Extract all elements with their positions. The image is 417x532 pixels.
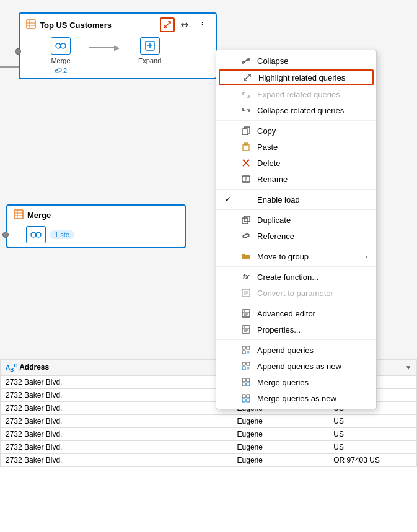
menu-icon-move_to_group	[241, 251, 251, 261]
merge-step-icon	[51, 37, 71, 55]
merge-query-card: Merge 1 ste	[6, 204, 186, 248]
svg-rect-27	[244, 216, 250, 222]
svg-line-14	[244, 58, 248, 63]
top-query-card: Top US Customers ⋮	[19, 12, 217, 79]
menu-item-append_queries[interactable]: Append queries	[216, 342, 376, 358]
menu-item-append_queries_new[interactable]: Append queries as new	[216, 358, 376, 374]
svg-rect-8	[14, 210, 23, 219]
svg-rect-42	[242, 346, 245, 349]
menu-item-create_function[interactable]: fxCreate function...	[216, 269, 376, 285]
menu-item-merge_queries_new[interactable]: Merge queries as new	[216, 390, 376, 406]
menu-separator	[216, 266, 376, 267]
menu-item-label-enable_load: Enable load	[257, 195, 367, 204]
menu-separator	[216, 339, 376, 340]
merge-step-label: Merge	[51, 57, 70, 64]
menu-item-convert_param: Convert to parameter	[216, 285, 376, 301]
expand-step-icon	[140, 37, 160, 55]
more-options-btn[interactable]: ⋮	[195, 17, 209, 32]
menu-item-copy[interactable]: Copy	[216, 123, 376, 139]
extra-filter-btn[interactable]: ▼	[405, 364, 411, 371]
svg-rect-48	[242, 378, 245, 382]
menu-item-rename[interactable]: Rename	[216, 171, 376, 187]
menu-icon-paste	[241, 142, 251, 152]
menu-item-highlight_related[interactable]: Highlight related queries	[219, 69, 374, 85]
table-row: 2732 Baker Blvd.EugeneUS	[1, 428, 417, 441]
collapse-btn[interactable]	[177, 17, 192, 32]
svg-point-6	[61, 43, 66, 48]
menu-item-label-collapse_related: Collapse related queries	[257, 106, 367, 115]
menu-icon-collapse_related	[241, 105, 251, 115]
menu-icon-reference	[241, 231, 251, 241]
merge-step: Merge 2	[51, 37, 71, 74]
menu-icon-highlight_related	[242, 72, 252, 82]
extra-cell: US	[328, 415, 417, 428]
extra-cell: OR 97403 US	[328, 454, 417, 467]
menu-item-label-move_to_group: Move to group	[257, 252, 359, 261]
menu-item-merge_queries[interactable]: Merge queries	[216, 374, 376, 390]
menu-item-collapse_related[interactable]: Collapse related queries	[216, 102, 376, 118]
svg-rect-55	[247, 399, 250, 402]
step-badge: 1 ste	[50, 230, 74, 239]
extra-cell: US	[328, 428, 417, 441]
table-row: 2732 Baker Blvd.EugeneUS	[1, 415, 417, 428]
merge-card-title: Merge	[14, 209, 51, 221]
menu-item-delete[interactable]: Delete	[216, 155, 376, 171]
svg-rect-32	[242, 310, 250, 317]
menu-icon-advanced_editor	[241, 308, 251, 318]
expand-related-btn[interactable]	[160, 17, 175, 32]
menu-item-paste[interactable]: Paste	[216, 139, 376, 155]
menu-separator	[216, 209, 376, 210]
menu-item-label-advanced_editor: Advanced editor	[257, 309, 367, 318]
menu-separator	[216, 120, 376, 121]
menu-icon-delete	[241, 158, 251, 168]
link-badge: 2	[55, 67, 67, 74]
address-cell: 2732 Baker Blvd.	[1, 428, 232, 441]
menu-icon-duplicate	[241, 215, 251, 225]
menu-item-label-paste: Paste	[257, 142, 367, 152]
menu-icon-convert_param	[241, 288, 251, 298]
menu-item-label-expand_related: Expand related queries	[257, 90, 367, 99]
merge-connector-dot	[2, 232, 9, 238]
card-title: Top US Customers	[26, 19, 112, 31]
ellipsis-icon: ⋮	[199, 21, 206, 29]
menu-icon-enable_load	[241, 194, 251, 204]
svg-rect-54	[242, 399, 245, 402]
menu-item-label-rename: Rename	[257, 175, 367, 184]
menu-item-enable_load[interactable]: ✓Enable load	[216, 191, 376, 207]
menu-item-properties[interactable]: Properties...	[216, 321, 376, 338]
context-menu: CollapseHighlight related queriesExpand …	[216, 50, 377, 409]
svg-rect-0	[27, 20, 35, 28]
menu-item-duplicate[interactable]: Duplicate	[216, 212, 376, 228]
merge-card-title-text: Merge	[27, 211, 51, 220]
svg-line-15	[245, 75, 250, 80]
svg-rect-46	[247, 362, 250, 365]
address-cell: 2732 Baker Blvd.	[1, 402, 232, 415]
menu-item-reference[interactable]: Reference	[216, 228, 376, 244]
merge-step-row: 1 ste	[26, 226, 74, 243]
svg-rect-43	[247, 346, 250, 349]
city-cell: Eugene	[232, 441, 328, 454]
address-cell: 2732 Baker Blvd.	[1, 454, 232, 467]
merge-card-header: Merge	[14, 209, 178, 221]
city-cell: Eugene	[232, 454, 328, 467]
menu-arrow-move_to_group: ›	[365, 253, 367, 260]
menu-item-collapse[interactable]: Collapse	[216, 53, 376, 69]
step-arrow: ▶	[89, 43, 120, 52]
svg-rect-44	[242, 351, 245, 354]
city-cell: Eugene	[232, 428, 328, 441]
menu-icon-rename	[241, 174, 251, 184]
menu-item-label-create_function: Create function...	[257, 273, 367, 282]
menu-check-enable_load: ✓	[225, 195, 235, 204]
menu-item-advanced_editor[interactable]: Advanced editor	[216, 305, 376, 321]
svg-point-13	[36, 232, 41, 237]
menu-icon-merge_queries	[241, 377, 251, 387]
menu-separator	[216, 189, 376, 190]
menu-item-expand_related: Expand related queries	[216, 86, 376, 102]
address-cell: 2732 Baker Blvd.	[1, 441, 232, 454]
address-col-label: Address	[19, 363, 49, 372]
menu-item-label-merge_queries_new: Merge queries as new	[257, 394, 367, 403]
menu-item-move_to_group[interactable]: Move to group›	[216, 248, 376, 264]
svg-point-12	[31, 232, 36, 237]
menu-item-label-delete: Delete	[257, 159, 367, 168]
menu-item-label-reference: Reference	[257, 232, 367, 241]
